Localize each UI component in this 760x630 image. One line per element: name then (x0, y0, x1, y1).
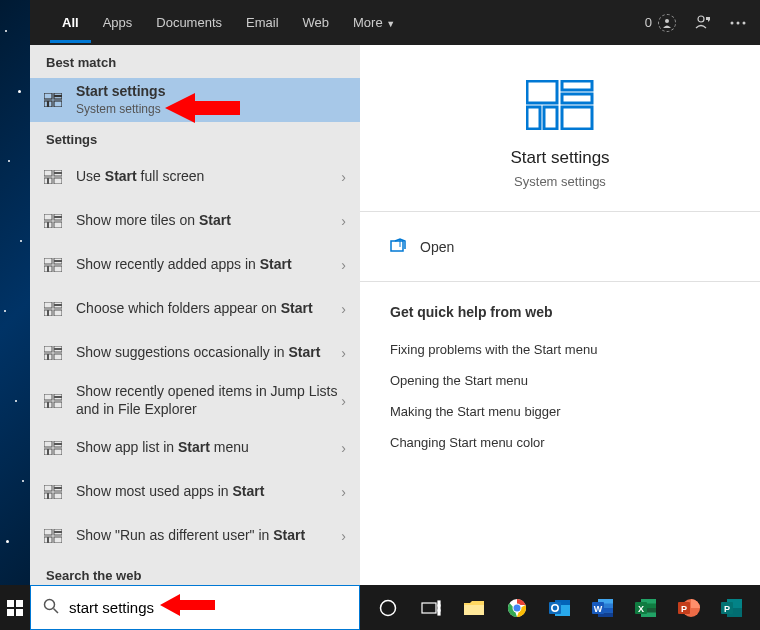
result-label: Show suggestions occasionally in Start (76, 344, 341, 362)
svg-rect-40 (54, 354, 62, 360)
chevron-right-icon: › (341, 301, 346, 317)
search-filter-tabs: All Apps Documents Email Web More ▼ 0 (30, 0, 760, 45)
svg-rect-42 (54, 394, 62, 397)
feedback-icon[interactable] (694, 14, 712, 32)
chevron-right-icon: › (341, 257, 346, 273)
section-search-web: Search the web (30, 558, 360, 585)
svg-point-2 (731, 21, 734, 24)
taskbar: W X P P (360, 585, 760, 630)
task-view-button[interactable] (411, 585, 450, 630)
cortana-button[interactable] (368, 585, 407, 630)
chevron-right-icon: › (341, 345, 346, 361)
settings-result[interactable]: Show more tiles on Start › (30, 199, 360, 243)
tab-all[interactable]: All (50, 2, 91, 43)
open-button[interactable]: Open (390, 234, 730, 259)
svg-rect-37 (54, 350, 62, 353)
svg-text:X: X (638, 604, 644, 614)
svg-rect-27 (49, 266, 53, 272)
help-link[interactable]: Opening the Start menu (390, 365, 730, 396)
svg-rect-25 (54, 262, 62, 265)
help-link[interactable]: Fixing problems with the Start menu (390, 334, 730, 365)
svg-marker-112 (160, 594, 215, 616)
start-tiles-icon (44, 394, 64, 408)
settings-result[interactable]: Choose which folders appear on Start › (30, 287, 360, 331)
start-button[interactable] (0, 585, 30, 630)
svg-rect-91 (549, 602, 561, 614)
svg-rect-7 (54, 97, 62, 100)
svg-rect-48 (54, 441, 62, 444)
result-label: Show recently added apps in Start (76, 256, 341, 274)
tab-more[interactable]: More ▼ (341, 2, 407, 43)
section-best-match: Best match (30, 45, 360, 78)
svg-rect-45 (49, 402, 53, 408)
svg-rect-79 (16, 609, 23, 616)
profile-icon (658, 14, 676, 32)
svg-rect-28 (54, 266, 62, 272)
svg-rect-49 (54, 445, 62, 448)
svg-rect-82 (438, 601, 440, 615)
svg-point-80 (380, 600, 395, 615)
svg-rect-11 (44, 170, 52, 176)
svg-rect-36 (54, 346, 62, 349)
taskbar-outlook[interactable] (540, 585, 579, 630)
svg-rect-83 (438, 605, 440, 606)
svg-rect-85 (464, 605, 484, 615)
svg-rect-13 (54, 174, 62, 177)
svg-point-1 (698, 16, 704, 22)
tab-documents[interactable]: Documents (144, 2, 234, 43)
rewards-count[interactable]: 0 (645, 14, 676, 32)
preview-subtitle: System settings (390, 174, 730, 189)
settings-result[interactable]: Show app list in Start menu › (30, 426, 360, 470)
tab-email[interactable]: Email (234, 2, 291, 43)
start-tiles-icon (44, 258, 64, 272)
svg-rect-6 (54, 93, 62, 96)
help-link[interactable]: Changing Start menu color (390, 427, 730, 458)
tab-apps[interactable]: Apps (91, 2, 145, 43)
taskbar-chrome[interactable] (497, 585, 536, 630)
svg-rect-23 (44, 258, 52, 264)
settings-result[interactable]: Show recently opened items in Jump Lists… (30, 375, 360, 426)
settings-result[interactable]: Show "Run as different user" in Start › (30, 514, 360, 558)
help-link[interactable]: Making the Start menu bigger (390, 396, 730, 427)
settings-result[interactable]: Show suggestions occasionally in Start › (30, 331, 360, 375)
svg-rect-63 (49, 537, 53, 543)
result-label: Choose which folders appear on Start (76, 300, 341, 318)
tab-web[interactable]: Web (291, 2, 342, 43)
svg-point-88 (513, 604, 520, 611)
svg-rect-35 (44, 346, 52, 352)
chevron-right-icon: › (341, 393, 346, 409)
svg-rect-77 (16, 600, 23, 607)
svg-rect-47 (44, 441, 52, 447)
settings-result[interactable]: Use Start full screen › (30, 155, 360, 199)
svg-rect-17 (44, 214, 52, 220)
svg-rect-57 (49, 493, 53, 499)
result-label: Show most used apps in Start (76, 483, 341, 501)
result-label: Show more tiles on Start (76, 212, 341, 230)
svg-rect-33 (49, 310, 53, 316)
start-tiles-icon (44, 529, 64, 543)
result-label: Use Start full screen (76, 168, 341, 186)
svg-rect-50 (44, 449, 48, 455)
svg-text:P: P (724, 604, 730, 614)
settings-result[interactable]: Show most used apps in Start › (30, 470, 360, 514)
svg-rect-44 (44, 402, 48, 408)
settings-result[interactable]: Show recently added apps in Start › (30, 243, 360, 287)
svg-rect-59 (44, 529, 52, 535)
svg-rect-43 (54, 397, 62, 400)
taskbar-word[interactable]: W (584, 585, 623, 630)
annotation-arrow (160, 590, 220, 620)
more-options-icon[interactable] (730, 21, 746, 25)
svg-text:P: P (681, 604, 687, 614)
svg-rect-29 (44, 302, 52, 308)
svg-rect-68 (562, 81, 592, 90)
svg-rect-71 (544, 107, 557, 129)
taskbar-file-explorer[interactable] (454, 585, 493, 630)
svg-rect-54 (54, 485, 62, 488)
taskbar-publisher[interactable]: P (713, 585, 752, 630)
taskbar-excel[interactable]: X (627, 585, 666, 630)
svg-rect-14 (44, 178, 48, 184)
svg-rect-39 (49, 354, 53, 360)
taskbar-powerpoint[interactable]: P (670, 585, 709, 630)
start-tiles-icon (44, 485, 64, 499)
result-label: Show app list in Start menu (76, 439, 341, 457)
